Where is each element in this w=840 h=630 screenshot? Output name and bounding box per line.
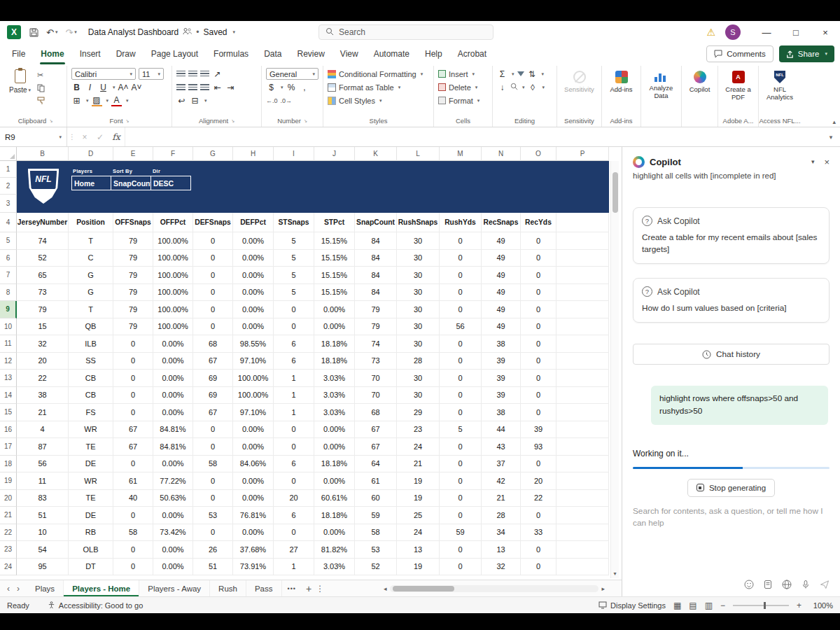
cell[interactable]: 10 xyxy=(17,524,69,542)
cell[interactable]: 37.68% xyxy=(233,541,274,559)
currency-icon[interactable]: $ xyxy=(266,83,276,92)
cell[interactable]: 0 xyxy=(440,301,482,318)
cell[interactable]: 0 xyxy=(440,472,482,490)
orientation-icon[interactable]: ↗ xyxy=(212,69,223,79)
increase-decimal-icon[interactable]: ←.0 xyxy=(266,97,278,104)
paste-button[interactable]: Paste▾ xyxy=(6,67,34,105)
cell[interactable]: 0 xyxy=(440,438,482,456)
cell[interactable]: 43 xyxy=(482,438,521,456)
format-as-table-button[interactable]: Format as Table▾ xyxy=(326,80,431,94)
cell[interactable]: OLB xyxy=(69,541,113,559)
ribbon-tab-view[interactable]: View xyxy=(332,43,366,64)
ribbon-tab-acrobat[interactable]: Acrobat xyxy=(450,43,494,64)
cell[interactable]: 0 xyxy=(193,421,233,439)
cell[interactable]: 19 xyxy=(397,490,440,507)
cell[interactable]: 20 xyxy=(521,472,556,490)
dialog-launcher-icon[interactable]: ↘ xyxy=(303,118,307,124)
cell[interactable] xyxy=(556,318,609,336)
cell[interactable]: 38 xyxy=(17,387,69,405)
cell[interactable]: 51 xyxy=(193,559,233,576)
cell[interactable]: T xyxy=(69,232,113,250)
cell[interactable]: 0 xyxy=(440,456,482,473)
cell[interactable]: 84.81% xyxy=(153,421,193,439)
cell[interactable] xyxy=(556,335,609,353)
row-header-17[interactable]: 17 xyxy=(0,438,17,456)
banner-field-value[interactable]: DESC xyxy=(151,176,191,190)
ribbon-tab-data[interactable]: Data xyxy=(256,43,289,64)
cell[interactable]: 0.00% xyxy=(233,490,274,507)
cell[interactable]: 0 xyxy=(440,335,482,353)
cell[interactable]: 18.18% xyxy=(314,335,355,353)
column-header-G[interactable]: G xyxy=(193,147,233,161)
cell[interactable]: 0 xyxy=(193,524,233,542)
sheet-tab-pass[interactable]: Pass xyxy=(246,580,282,596)
close-button[interactable]: × xyxy=(811,21,840,43)
cell[interactable]: 67 xyxy=(113,421,153,439)
column-header-K[interactable]: K xyxy=(355,147,397,161)
cell[interactable]: 0 xyxy=(193,267,233,284)
cell[interactable]: 60 xyxy=(355,490,397,507)
cell[interactable]: 39 xyxy=(482,353,521,370)
cell[interactable]: 0.00% xyxy=(153,370,193,387)
cell[interactable]: 0.00% xyxy=(153,404,193,421)
cell[interactable]: 5 xyxy=(274,267,314,284)
cell[interactable]: 0 xyxy=(521,284,556,302)
search-input[interactable]: Search xyxy=(318,24,493,40)
cell[interactable]: G xyxy=(69,284,113,302)
chevron-down-icon[interactable]: ▾ xyxy=(811,158,815,165)
zoom-level[interactable]: 100% xyxy=(809,601,833,610)
copy-icon[interactable] xyxy=(37,83,45,92)
cell[interactable]: 0.00% xyxy=(314,472,355,490)
cell[interactable]: TE xyxy=(69,490,113,507)
cell[interactable]: CB xyxy=(69,370,113,387)
cell[interactable]: 0 xyxy=(521,507,556,524)
cell[interactable]: 26 xyxy=(193,541,233,559)
column-header-E[interactable]: E xyxy=(113,147,153,161)
cell[interactable] xyxy=(556,438,609,456)
cell[interactable]: 6 xyxy=(274,507,314,524)
cell[interactable]: 30 xyxy=(397,232,440,250)
fill-color-icon[interactable]: ▨ xyxy=(92,95,102,106)
cell[interactable]: 18.18% xyxy=(314,353,355,370)
increase-font-icon[interactable]: A˄ xyxy=(118,83,129,92)
page-layout-view-icon[interactable]: ▤ xyxy=(689,601,696,610)
cell[interactable]: 18.18% xyxy=(314,507,355,524)
cell[interactable]: 0 xyxy=(193,301,233,318)
cell[interactable] xyxy=(556,387,609,405)
column-header-D[interactable]: D xyxy=(69,147,113,161)
cell[interactable]: 0.00% xyxy=(233,524,274,542)
saved-chevron-icon[interactable]: ▾ xyxy=(233,29,236,35)
row-header-9[interactable]: 9 xyxy=(0,301,17,318)
cell[interactable]: 49 xyxy=(482,284,521,302)
cell[interactable]: 0.00% xyxy=(153,507,193,524)
display-settings-button[interactable]: Display Settings xyxy=(598,601,666,610)
cell[interactable]: 13 xyxy=(397,541,440,559)
cell[interactable]: 0 xyxy=(521,559,556,576)
cell[interactable]: 0.00% xyxy=(233,318,274,336)
enter-icon[interactable]: ✓ xyxy=(92,132,108,142)
stop-generating-button[interactable]: Stop generating xyxy=(687,479,775,497)
cell[interactable]: 38 xyxy=(482,404,521,421)
cell[interactable]: 84 xyxy=(355,284,397,302)
column-header-F[interactable]: F xyxy=(153,147,193,161)
decrease-indent-icon[interactable]: ⇤ xyxy=(212,83,223,92)
cell[interactable]: 30 xyxy=(397,284,440,302)
italic-button[interactable]: I xyxy=(85,83,95,92)
cell[interactable]: 58 xyxy=(355,524,397,542)
cell[interactable]: T xyxy=(69,301,113,318)
cell[interactable]: 74 xyxy=(17,232,69,250)
cell[interactable]: 84 xyxy=(355,232,397,250)
cell[interactable]: 42 xyxy=(482,472,521,490)
more-sheets-icon[interactable]: ••• xyxy=(288,585,296,592)
next-sheet-icon[interactable]: › xyxy=(17,584,20,594)
cell[interactable]: QB xyxy=(69,318,113,336)
accessibility-status[interactable]: Accessibility: Good to go xyxy=(48,601,143,610)
cell[interactable]: 65 xyxy=(17,267,69,284)
cell[interactable]: 0.00% xyxy=(153,353,193,370)
cell[interactable]: 0 xyxy=(521,387,556,405)
cell[interactable] xyxy=(556,507,609,524)
cell[interactable]: 67 xyxy=(355,438,397,456)
cell[interactable] xyxy=(556,404,609,421)
cell[interactable]: 73 xyxy=(17,284,69,302)
addins-button[interactable]: Add-ins xyxy=(604,67,638,94)
